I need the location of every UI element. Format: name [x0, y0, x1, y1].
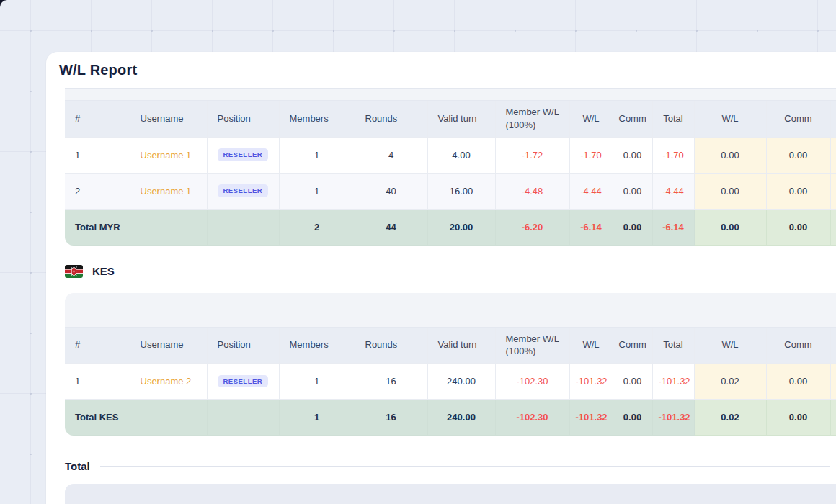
cell: -4.44	[652, 173, 694, 209]
position-badge: RESELLER	[218, 375, 269, 388]
cell	[130, 400, 207, 436]
cell: 1	[65, 137, 130, 173]
cell: 0.00	[766, 364, 830, 400]
header-row: #UsernamePositionMembersRoundsValid turn…	[65, 101, 836, 137]
cell: -4.48	[495, 173, 569, 209]
position-badge: RESELLER	[218, 184, 269, 197]
cell: 16	[355, 400, 427, 436]
cell: -102.30	[495, 400, 569, 436]
cell: -102.30	[495, 364, 569, 400]
cell: 0.00	[766, 209, 830, 245]
header-cell: Total	[652, 101, 694, 137]
myr-table-toolbar	[65, 89, 836, 101]
kes-table-toolbar	[65, 293, 836, 328]
cell: -6.20	[495, 209, 569, 245]
header-cell: Member W/L (100%)	[495, 101, 569, 137]
cell: 0.00	[766, 173, 830, 209]
myr-table: #UsernamePositionMembersRoundsValid turn…	[65, 88, 836, 246]
cell: -101.32	[652, 400, 694, 436]
cell: 0.00	[766, 400, 830, 436]
cell: Total KES	[65, 400, 130, 436]
cell: 1	[279, 137, 355, 173]
total-section-heading: Total	[65, 457, 830, 474]
page-title: W/L Report	[59, 62, 137, 78]
username-cell[interactable]: Username 2	[130, 364, 207, 400]
total-row: Total MYR24420.00-6.20-6.140.00-6.140.00…	[65, 209, 836, 245]
cell	[830, 173, 836, 209]
cell: -4.44	[569, 173, 613, 209]
header-cell: W/L	[569, 328, 613, 364]
cell: Total MYR	[65, 209, 130, 245]
cell: 240.00	[427, 364, 495, 400]
cell: -6.14	[569, 209, 613, 245]
total-heading-divider	[100, 466, 830, 467]
myr-data-table: #UsernamePositionMembersRoundsValid turn…	[65, 101, 836, 246]
cell: 40	[355, 173, 427, 209]
cell: 0.02	[694, 400, 766, 436]
cell: 1	[279, 364, 355, 400]
header-cell: Valid turn	[427, 328, 495, 364]
header-cell: Comm	[766, 101, 830, 137]
cell: 0.00	[613, 364, 652, 400]
cell: 1	[279, 173, 355, 209]
cell	[830, 209, 836, 245]
cell	[130, 209, 207, 245]
page-background: W/L Report #UsernamePositionMembersRound…	[0, 0, 836, 504]
kes-data-table: #UsernamePositionMembersRoundsValid turn…	[65, 328, 836, 436]
cell	[830, 364, 836, 400]
total-section-label: Total	[65, 460, 90, 472]
header-cell	[830, 101, 836, 137]
cell: 1	[65, 364, 130, 400]
cell: 44	[355, 209, 427, 245]
header-cell: W/L	[569, 101, 613, 137]
cell	[207, 209, 279, 245]
cell: 0.00	[613, 137, 652, 173]
username-cell[interactable]: Username 1	[130, 173, 207, 209]
cell: 2	[279, 209, 355, 245]
cell: -101.32	[569, 400, 613, 436]
cell: 0.00	[694, 137, 766, 173]
header-cell: Comm	[613, 328, 652, 364]
header-cell	[830, 328, 836, 364]
cell: 20.00	[427, 209, 495, 245]
kes-table: #UsernamePositionMembersRoundsValid turn…	[65, 293, 836, 436]
position-badge: RESELLER	[218, 148, 269, 161]
kes-heading-divider	[125, 271, 830, 271]
cell: -1.70	[652, 137, 694, 173]
header-cell: W/L	[694, 328, 766, 364]
header-cell: Rounds	[355, 328, 427, 364]
kes-section-label: KES	[92, 265, 115, 277]
cell: 0.00	[613, 400, 652, 436]
header-cell: Comm	[613, 101, 652, 137]
table-row: 1Username 1RESELLER144.00-1.72-1.700.00-…	[65, 137, 836, 173]
cell	[830, 400, 836, 436]
cell: 0.00	[766, 137, 830, 173]
header-cell: #	[65, 328, 130, 364]
total-table-header-strip	[65, 484, 836, 504]
username-cell[interactable]: Username 1	[130, 137, 207, 173]
card-body: #UsernamePositionMembersRoundsValid turn…	[46, 88, 836, 504]
total-row: Total KES116240.00-102.30-101.320.00-101…	[65, 400, 836, 436]
report-card: W/L Report #UsernamePositionMembersRound…	[46, 52, 836, 504]
cell: -101.32	[652, 364, 694, 400]
cell: 4.00	[427, 137, 495, 173]
header-cell: Comm	[766, 328, 830, 364]
cell: -6.14	[652, 209, 694, 245]
cell: RESELLER	[207, 173, 279, 209]
cell: 0.00	[694, 209, 766, 245]
header-cell: #	[65, 101, 130, 137]
cell: RESELLER	[207, 364, 279, 400]
header-cell: Total	[652, 328, 694, 364]
cell: RESELLER	[207, 137, 279, 173]
cell: 16	[355, 364, 427, 400]
cell: 0.00	[613, 173, 652, 209]
header-cell: Valid turn	[427, 101, 495, 137]
header-cell: Rounds	[355, 101, 427, 137]
header-cell: Position	[207, 328, 279, 364]
cell: -101.32	[569, 364, 613, 400]
cell	[830, 137, 836, 173]
cell: 4	[355, 137, 427, 173]
table-row: 1Username 2RESELLER116240.00-102.30-101.…	[65, 364, 836, 400]
card-header: W/L Report	[46, 52, 836, 88]
header-row: #UsernamePositionMembersRoundsValid turn…	[65, 328, 836, 364]
